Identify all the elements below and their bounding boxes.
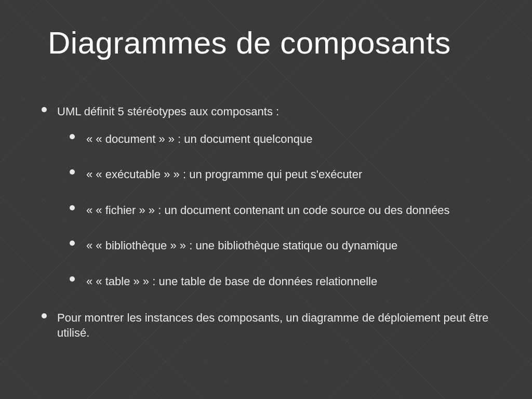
sub-bullet-item: « « fichier » » : un document contenant … bbox=[65, 203, 516, 218]
sub-bullet-item: « « exécutable » » : un programme qui pe… bbox=[65, 167, 516, 182]
sub-bullet-text: « « exécutable » » : un programme qui pe… bbox=[86, 168, 362, 181]
sub-bullet-item: « « table » » : une table de base de don… bbox=[65, 274, 516, 289]
sub-bullet-text: « « document » » : un document quelconqu… bbox=[86, 132, 312, 145]
bullet-list: UML définit 5 stéréotypes aux composants… bbox=[36, 104, 516, 341]
slide: Diagrammes de composants UML définit 5 s… bbox=[0, 0, 532, 399]
slide-title: Diagrammes de composants bbox=[48, 25, 511, 61]
bullet-text: Pour montrer les instances des composant… bbox=[57, 311, 488, 340]
sub-bullet-text: « « fichier » » : un document contenant … bbox=[86, 204, 450, 217]
sub-bullet-list: « « document » » : un document quelconqu… bbox=[57, 132, 516, 289]
sub-bullet-item: « « bibliothèque » » : une bibliothèque … bbox=[65, 238, 516, 254]
bullet-item: Pour montrer les instances des composant… bbox=[36, 310, 516, 341]
sub-bullet-text: « « table » » : une table de base de don… bbox=[86, 275, 377, 288]
bullet-item: UML définit 5 stéréotypes aux composants… bbox=[36, 104, 516, 289]
slide-body: UML définit 5 stéréotypes aux composants… bbox=[36, 104, 516, 350]
bullet-text: UML définit 5 stéréotypes aux composants… bbox=[57, 105, 279, 118]
sub-bullet-text: « « bibliothèque » » : une bibliothèque … bbox=[86, 239, 397, 252]
sub-bullet-item: « « document » » : un document quelconqu… bbox=[65, 132, 516, 147]
